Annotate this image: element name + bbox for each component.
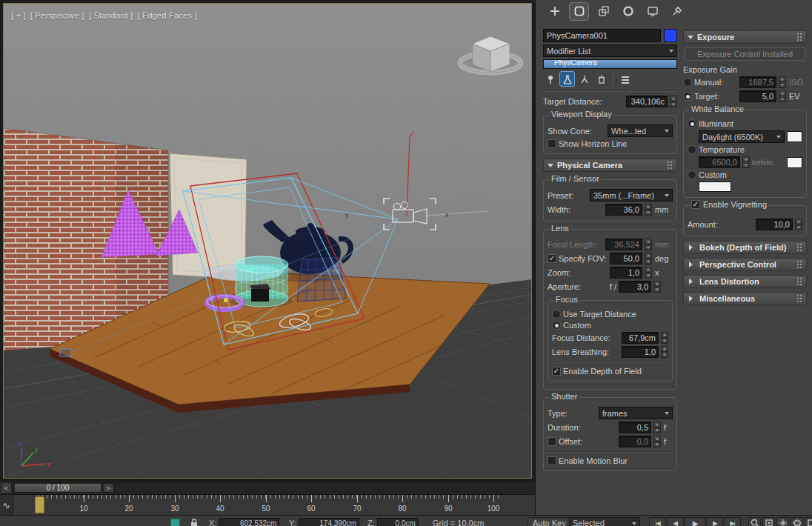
illuminant-radio[interactable] xyxy=(688,119,696,128)
modifier-list-dropdown[interactable]: Modifier List xyxy=(543,44,677,57)
remove-modifier-button[interactable] xyxy=(594,72,608,86)
tab-create[interactable] xyxy=(545,3,564,20)
show-end-result-button[interactable] xyxy=(560,72,574,86)
custom-focus-radio[interactable] xyxy=(552,321,561,330)
object-name-input[interactable] xyxy=(543,29,661,42)
show-cone-dropdown[interactable]: Whe...ted xyxy=(608,124,673,137)
selection-set-dropdown[interactable]: Selected xyxy=(569,517,640,526)
shutter-type-dropdown[interactable]: frames xyxy=(599,407,673,419)
specify-fov-checkbox[interactable] xyxy=(548,254,556,263)
tab-utilities[interactable] xyxy=(668,3,686,20)
make-unique-button[interactable] xyxy=(577,72,591,86)
custom-wb-radio[interactable] xyxy=(688,170,696,179)
configure-modifier-sets-button[interactable] xyxy=(618,72,632,86)
show-horizon-label: Show Horizon Line xyxy=(559,139,627,148)
exposure-control-installed-button[interactable]: Exposure Control Installed xyxy=(685,47,805,61)
x-coordinate-field[interactable]: 602,532cm xyxy=(219,518,279,526)
camera-axis-x-label: x xyxy=(445,211,449,219)
lens-breathing-field[interactable]: 1,0 xyxy=(622,346,659,358)
auto-key-button[interactable]: Auto Key xyxy=(528,517,571,526)
focus-distance-spinner[interactable] xyxy=(661,332,668,344)
rollout-bokeh[interactable]: Bokeh (Depth of Field) xyxy=(683,241,807,254)
target-ev-field[interactable]: 5,0 xyxy=(739,90,776,102)
modifier-stack[interactable]: PhysCamera xyxy=(543,59,677,69)
duration-field[interactable]: 0,5 xyxy=(619,422,651,433)
use-target-distance-radio[interactable] xyxy=(552,310,561,319)
viewport[interactable]: x y x y z xyxy=(3,3,532,479)
rollout-exposure[interactable]: Exposure xyxy=(683,30,807,44)
duration-spinner[interactable] xyxy=(653,422,661,433)
illuminant-dropdown[interactable]: Daylight (6500K) xyxy=(699,130,785,143)
vignetting-amount-field[interactable]: 10,0 xyxy=(756,219,793,230)
show-horizon-checkbox[interactable] xyxy=(548,139,556,148)
next-frame-button[interactable]: > xyxy=(103,483,114,493)
enable-dof-checkbox[interactable] xyxy=(552,367,561,376)
y-label: Y: xyxy=(289,519,296,526)
show-cone-row: Show Cone: Whe...ted xyxy=(548,124,673,137)
maximize-viewport-button[interactable] xyxy=(805,517,812,526)
aperture-field[interactable]: 3,0 xyxy=(619,281,651,293)
zoom-spinner[interactable] xyxy=(645,267,652,279)
tab-modify[interactable] xyxy=(570,3,588,20)
tab-display[interactable] xyxy=(643,3,662,20)
rollout-physical-camera[interactable]: Physical Camera xyxy=(543,159,677,172)
viewport-scene[interactable]: x y x y z xyxy=(4,4,532,479)
z-coordinate-field[interactable]: 0,0cm xyxy=(377,518,419,526)
preset-dropdown[interactable]: 35mm (...Frame) xyxy=(590,189,673,202)
film-sensor-group: Film / Sensor Preset: 35mm (...Frame) Wi… xyxy=(543,179,677,222)
divider xyxy=(543,90,677,92)
target-distance-field[interactable]: 340,106c xyxy=(626,96,668,107)
tab-motion[interactable] xyxy=(619,3,637,20)
time-slider-track[interactable]: 0 / 100 > xyxy=(13,482,534,493)
object-color-swatch[interactable] xyxy=(664,29,677,42)
viewport-pov-menu[interactable]: [ Perspective ] xyxy=(30,11,84,20)
fov-spinner[interactable] xyxy=(645,253,652,264)
temperature-radio[interactable] xyxy=(688,145,696,154)
small-box[interactable] xyxy=(250,284,270,302)
play-button[interactable]: ▶ xyxy=(685,517,705,526)
viewport-general-menu[interactable]: [ + ] xyxy=(11,11,26,20)
isolate-selection-toggle[interactable] xyxy=(170,517,180,526)
zoom-extents-button[interactable] xyxy=(762,517,775,526)
manual-exposure-radio[interactable] xyxy=(683,78,692,87)
target-exposure-radio[interactable] xyxy=(683,92,692,101)
width-field[interactable]: 36,0 xyxy=(605,204,642,216)
current-frame-marker[interactable] xyxy=(35,496,44,513)
orbit-button[interactable] xyxy=(791,517,803,526)
modifier-stack-selected-item[interactable]: PhysCamera xyxy=(544,59,676,69)
target-ev-spinner[interactable] xyxy=(779,90,786,102)
goto-end-button[interactable]: ▶| xyxy=(724,517,741,526)
enable-dof-row: Enable Depth of Field xyxy=(552,367,668,376)
custom-wb-color-swatch[interactable] xyxy=(699,182,731,192)
target-helper[interactable] xyxy=(60,349,71,356)
fov-field[interactable]: 50,0 xyxy=(610,253,642,264)
target-distance-spinner[interactable] xyxy=(670,96,677,107)
goto-start-button[interactable]: |◀ xyxy=(649,517,666,526)
tab-hierarchy[interactable] xyxy=(594,3,613,20)
mini-curve-editor-button[interactable]: ∿ xyxy=(0,495,13,516)
previous-frame-transport-button[interactable]: ◀| xyxy=(667,517,684,526)
aperture-spinner[interactable] xyxy=(653,281,661,293)
selection-lock-toggle[interactable] xyxy=(190,517,199,526)
viewport-edged-faces-menu[interactable]: [ Edged Faces ] xyxy=(137,11,196,20)
rollout-miscellaneous[interactable]: Miscellaneous xyxy=(683,292,807,305)
time-slider-thumb[interactable]: 0 / 100 xyxy=(14,483,102,493)
focus-distance-field[interactable]: 67,9cm xyxy=(622,332,659,344)
y-coordinate-field[interactable]: 174,390cm xyxy=(299,518,359,526)
rollout-perspective-control[interactable]: Perspective Control xyxy=(683,258,807,271)
vignetting-amount-spinner[interactable] xyxy=(795,219,802,230)
pin-stack-button[interactable] xyxy=(543,72,557,86)
motion-blur-checkbox[interactable] xyxy=(548,456,556,465)
viewport-shading-menu[interactable]: [ Standard ] xyxy=(89,11,133,20)
previous-frame-button[interactable]: < xyxy=(1,482,12,493)
enable-vignetting-checkbox[interactable] xyxy=(691,200,700,209)
pan-button[interactable] xyxy=(776,517,789,526)
zoom-field[interactable]: 1,0 xyxy=(610,267,642,279)
width-spinner[interactable] xyxy=(645,204,652,216)
zoom-button[interactable] xyxy=(748,517,761,526)
offset-checkbox[interactable] xyxy=(548,437,556,446)
track-bar[interactable]: ∿ 0 10 20 30 40 50 60 70 80 90 100 xyxy=(0,494,535,515)
rollout-lens-distortion[interactable]: Lens Distortion xyxy=(683,275,807,288)
next-frame-transport-button[interactable]: |▶ xyxy=(706,517,723,526)
lens-breathing-spinner[interactable] xyxy=(661,346,668,358)
